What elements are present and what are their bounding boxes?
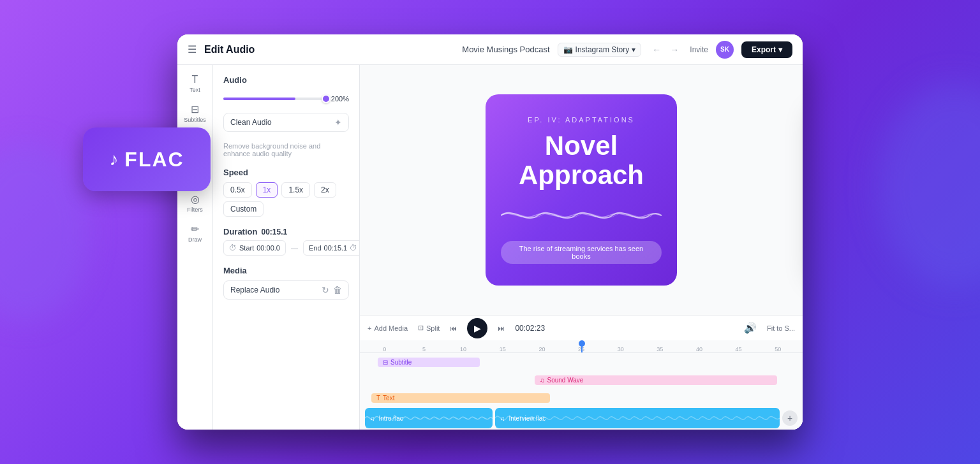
speed-1x[interactable]: 1x bbox=[256, 182, 278, 198]
mark-35: 35 bbox=[640, 346, 679, 352]
mark-10: 10 bbox=[443, 346, 483, 352]
mark-20: 20 bbox=[523, 346, 562, 352]
mark-0: 0 bbox=[365, 346, 405, 352]
mark-15: 15 bbox=[483, 346, 523, 352]
volume-slider-track[interactable] bbox=[223, 98, 326, 100]
export-chevron: ▾ bbox=[778, 45, 782, 54]
chevron-icon: ▾ bbox=[632, 45, 635, 54]
export-label: Export bbox=[752, 45, 776, 54]
track-area: ⊟ Subtitle ♫ Sound Wave bbox=[360, 353, 803, 430]
mark-5: 5 bbox=[405, 346, 444, 352]
subtitle-track-icon: ⊟ bbox=[383, 359, 388, 366]
volume-icon[interactable]: 🔊 bbox=[744, 322, 757, 334]
text-track-row: T Text bbox=[360, 389, 803, 407]
sidebar-item-filters[interactable]: ◎ Filters bbox=[181, 189, 209, 217]
forward-arrow[interactable]: → bbox=[667, 42, 682, 57]
title-line2: Approach bbox=[519, 160, 644, 190]
add-track-button[interactable]: + bbox=[782, 410, 798, 426]
invite-label[interactable]: Invite bbox=[690, 45, 708, 54]
audio-section-title: Audio bbox=[223, 75, 349, 85]
start-value: 00:00.0 bbox=[256, 244, 280, 252]
media-title: Media bbox=[223, 266, 349, 275]
audio-wave bbox=[501, 203, 662, 228]
enhance-description: Remove background noise and enhance audi… bbox=[223, 142, 349, 157]
subtitle-track[interactable]: ⊟ Subtitle bbox=[378, 358, 480, 367]
end-time-input[interactable]: End 00:15.1 ⏱ bbox=[303, 240, 360, 256]
skip-back-button[interactable]: ⏮ bbox=[450, 324, 457, 332]
replace-row: Replace Audio ↻ 🗑 bbox=[223, 280, 349, 300]
main-content: T Text ⊟ Subtitles ◈ Elements ⇄ Transiti… bbox=[177, 65, 803, 430]
delete-icon[interactable]: 🗑 bbox=[333, 285, 342, 295]
flac-label: FLAC bbox=[124, 148, 184, 171]
end-value: 00:15.1 bbox=[324, 244, 348, 252]
current-time: 00:02:23 bbox=[515, 324, 545, 333]
speed-2x[interactable]: 2x bbox=[314, 182, 336, 198]
speed-title: Speed bbox=[223, 168, 349, 177]
speed-buttons: 0.5x 1x 1.5x 2x Custom bbox=[223, 182, 349, 217]
flac-badge: ♪ FLAC bbox=[83, 127, 211, 191]
menu-icon[interactable]: ☰ bbox=[188, 43, 197, 55]
speed-custom[interactable]: Custom bbox=[223, 201, 264, 217]
mark-40: 40 bbox=[679, 346, 719, 352]
podcast-subtitle: The rise of streaming services has seen … bbox=[501, 241, 662, 264]
add-media-button[interactable]: + Add Media bbox=[368, 324, 408, 332]
subtitles-icon: ⊟ bbox=[191, 103, 199, 115]
fit-label[interactable]: Fit to S... bbox=[767, 324, 795, 332]
sparkle-icon[interactable]: ✦ bbox=[334, 117, 342, 127]
ep-label: EP. IV: ADAPTATIONS bbox=[528, 116, 635, 124]
canvas-area: EP. IV: ADAPTATIONS Novel Approach bbox=[360, 65, 803, 430]
clean-audio-label: Clean Audio bbox=[230, 118, 272, 127]
split-button[interactable]: ⊡ Split bbox=[418, 324, 440, 332]
page-title: Edit Audio bbox=[204, 44, 454, 55]
mark-50: 50 bbox=[758, 346, 798, 352]
replace-icons: ↻ 🗑 bbox=[322, 285, 342, 295]
music-icon: ♪ bbox=[109, 149, 118, 170]
format-icon: 📷 bbox=[563, 45, 573, 54]
text-track[interactable]: T Text bbox=[371, 393, 550, 403]
edit-panel: Audio 200% Clean Audio ✦ bbox=[213, 65, 360, 430]
refresh-icon[interactable]: ↻ bbox=[322, 285, 329, 295]
back-arrow[interactable]: ← bbox=[649, 42, 664, 57]
sidebar-item-draw[interactable]: ✏ Draw bbox=[181, 219, 209, 247]
filters-icon: ◎ bbox=[191, 193, 200, 205]
timeline-controls: + Add Media ⊡ Split ⏮ ▶ ⏭ 00:02:23 🔊 bbox=[360, 315, 803, 340]
format-label: Instagram Story bbox=[575, 45, 630, 54]
needle-dot bbox=[579, 340, 585, 347]
sidebar-item-subtitles[interactable]: ⊟ Subtitles bbox=[181, 99, 209, 127]
text-icon: T bbox=[192, 74, 198, 85]
interview-audio-track[interactable]: ♫ Interview.flac bbox=[495, 408, 780, 428]
volume-slider-row: 200% bbox=[223, 95, 349, 103]
end-label: End bbox=[309, 244, 322, 252]
title-line1: Novel bbox=[545, 131, 618, 161]
export-button[interactable]: Export ▾ bbox=[741, 41, 792, 58]
start-time-input[interactable]: ⏱ Start 00:00.0 bbox=[223, 240, 286, 256]
speed-15x[interactable]: 1.5x bbox=[281, 182, 310, 198]
skip-forward-button[interactable]: ⏭ bbox=[498, 324, 505, 332]
timeline-ruler: 0 5 10 15 20 25 30 35 40 45 50 bbox=[360, 340, 803, 353]
clean-audio-row[interactable]: Clean Audio ✦ bbox=[223, 113, 349, 132]
duration-value: 00:15.1 bbox=[261, 228, 287, 236]
soundwave-track-row: ♫ Sound Wave bbox=[360, 371, 803, 389]
media-section: Media Replace Audio ↻ 🗑 bbox=[223, 266, 349, 300]
format-badge[interactable]: 📷 Instagram Story ▾ bbox=[558, 43, 642, 57]
sidebar-item-text[interactable]: T Text bbox=[181, 70, 209, 97]
play-button[interactable]: ▶ bbox=[467, 318, 487, 338]
volume-value: 200% bbox=[331, 95, 349, 103]
intro-audio-track[interactable]: ♫ Intro.flac bbox=[365, 408, 493, 428]
subtitle-track-label: Subtitle bbox=[390, 359, 412, 366]
laptop-screen: ☰ Edit Audio Movie Musings Podcast 📷 Ins… bbox=[177, 34, 803, 430]
plus-icon: + bbox=[368, 324, 371, 332]
time-range: ⏱ Start 00:00.0 — End 00:15.1 ⏱ bbox=[223, 240, 349, 256]
nav-arrows: ← → bbox=[649, 42, 682, 57]
end-clock-icon: ⏱ bbox=[350, 243, 357, 252]
start-clock-icon: ⏱ bbox=[229, 243, 237, 252]
mark-45: 45 bbox=[719, 346, 759, 352]
slider-thumb[interactable] bbox=[322, 94, 330, 103]
laptop-shell: ☰ Edit Audio Movie Musings Podcast 📷 Ins… bbox=[177, 34, 803, 430]
soundwave-track[interactable]: ♫ Sound Wave bbox=[535, 375, 777, 385]
mark-30: 30 bbox=[601, 346, 641, 352]
soundwave-track-label: Sound Wave bbox=[547, 377, 584, 384]
duration-title: Duration bbox=[223, 227, 257, 236]
preview-container: EP. IV: ADAPTATIONS Novel Approach bbox=[360, 65, 803, 315]
speed-05x[interactable]: 0.5x bbox=[223, 182, 252, 198]
